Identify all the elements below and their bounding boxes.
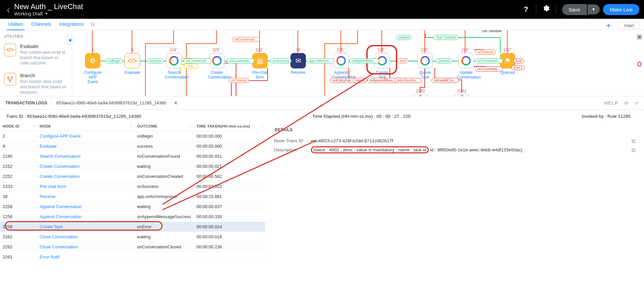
node-id: 2261 bbox=[453, 89, 471, 93]
table-row[interactable]: 2262Close Conversationwaiting00:00:00.01… bbox=[0, 232, 265, 242]
back-button[interactable]: ‹ bbox=[5, 0, 12, 19]
cell-node[interactable]: Close Conversation bbox=[37, 232, 134, 242]
webex-icon bbox=[420, 56, 430, 65]
table-row[interactable]: 2Configure APP EventonBegin00:00:00.000 bbox=[0, 131, 265, 141]
node-label: Create Conversation bbox=[208, 70, 226, 80]
tab-integrations[interactable]: Integrations bbox=[55, 21, 88, 30]
node-receive[interactable]: 38 ✉ Receive bbox=[289, 48, 307, 75]
table-row[interactable]: 2256Append Conversationwaiting00:00:00.0… bbox=[0, 202, 265, 212]
node-create-task[interactable]: 2258 Create Task bbox=[373, 48, 391, 80]
edge-oninerrorho: onIn Errorho… bbox=[395, 78, 421, 83]
table-row[interactable]: 9Evaluatesuccess00:00:00.000 bbox=[0, 141, 265, 151]
table-row[interactable]: 2252Create Conversationwaiting00:00:00.0… bbox=[0, 161, 265, 171]
add-icon[interactable]: ＋ bbox=[605, 21, 612, 30]
set-variable-label: Set Variable bbox=[482, 30, 502, 33]
cell-nodeid: 2256 bbox=[0, 212, 37, 222]
search-icon[interactable] bbox=[90, 22, 95, 28]
cell-node[interactable]: Close Conversation bbox=[37, 242, 134, 252]
col-outcome[interactable]: OUTCOME bbox=[137, 124, 157, 128]
palette-item-branch[interactable]: Branch Run custom Java script and branch… bbox=[0, 69, 72, 99]
separator bbox=[536, 5, 536, 14]
col-time[interactable]: TIME TAKEN(HH:mm:ss.ms) bbox=[196, 124, 250, 128]
node-configure-app-event[interactable]: 2 ⚙ Configure APP Event bbox=[84, 48, 102, 84]
evaluate-icon: </> bbox=[4, 44, 16, 56]
table-row[interactable]: 2245Search ConversationnoConversationFou… bbox=[0, 151, 265, 161]
make-live-button[interactable]: Make Live bbox=[603, 4, 639, 15]
help-link[interactable]: HELP bbox=[604, 100, 618, 106]
palette-item-evaluate[interactable]: </> Evaluate Run custom java script to b… bbox=[0, 40, 72, 69]
palette-item-title: Branch bbox=[20, 73, 68, 78]
table-row[interactable]: 38Receiveapp.onformresponse00:00:15.881 bbox=[0, 192, 265, 202]
cell-node[interactable]: Error Notif bbox=[37, 252, 134, 262]
edge-onbegin: onBegin bbox=[106, 58, 123, 63]
cell-outcome: success bbox=[134, 141, 194, 151]
node-search-conversation[interactable]: 2245 Search Conversation bbox=[165, 48, 183, 80]
edge-meout: meout bbox=[353, 78, 367, 83]
cell-node[interactable]: Pre-chat form bbox=[37, 182, 134, 192]
table-row[interactable]: 2256Append ConversationonAppendMessageSu… bbox=[0, 212, 265, 222]
save-button[interactable]: Save bbox=[562, 4, 587, 15]
cell-node[interactable]: Append Conversation bbox=[37, 212, 134, 222]
table-row[interactable]: 2252Create ConversationonConversationCre… bbox=[0, 171, 265, 182]
svg-line-28 bbox=[637, 65, 638, 65]
branch-icon bbox=[4, 73, 16, 86]
edge-taskupdated: Task Updated bbox=[433, 35, 459, 40]
cell-outcome: onSuccess bbox=[134, 182, 194, 192]
webex-icon bbox=[336, 56, 346, 65]
logs-trans-chip[interactable]: 653aea1c-f080-46e8-ba9a-b936f637615d_112… bbox=[51, 97, 172, 109]
cell-node[interactable]: Create Task bbox=[37, 222, 134, 232]
table-row[interactable]: 2261Error Notif bbox=[0, 252, 265, 262]
node-evaluate[interactable]: 9 </> Evaluate bbox=[123, 48, 141, 75]
main-flow-chip[interactable]: main bbox=[618, 22, 639, 29]
table-row[interactable]: 2262Close ConversationonConversationClos… bbox=[0, 242, 265, 252]
cell-nodeid: 2261 bbox=[0, 252, 37, 262]
form-icon: ▤ bbox=[257, 57, 263, 65]
table-row[interactable]: 2258Create TaskonError00:00:00.014 bbox=[0, 222, 265, 232]
svg-line-31 bbox=[640, 66, 641, 67]
cell-node[interactable]: Search Conversation bbox=[37, 151, 134, 161]
node-id: 2262 bbox=[411, 89, 429, 93]
logs-table-container[interactable]: NODE ID↑↓ NODE↑↓ OUTCOME↑↓ TIME TAKEN(HH… bbox=[0, 121, 265, 292]
node-update-conversation[interactable]: 2260 Update Conversation bbox=[457, 48, 475, 80]
help-icon[interactable]: ? bbox=[520, 5, 532, 14]
copy-icon[interactable]: ⧉ bbox=[632, 138, 635, 144]
col-nodeid[interactable]: NODE ID bbox=[3, 124, 19, 128]
edge-onpolicyfail: onPolicyFail… bbox=[330, 78, 356, 83]
expand-icon[interactable]: ⤢ bbox=[635, 100, 639, 106]
node-create-conversation[interactable]: 2252 Create Conversation bbox=[208, 48, 226, 80]
edge-created: created bbox=[396, 35, 412, 40]
palette-tabs: Utilities Channels Integrations ＋ main bbox=[0, 19, 644, 30]
webex-icon bbox=[212, 56, 222, 65]
cell-node[interactable]: Receive bbox=[37, 192, 134, 202]
save-dropdown[interactable]: ▼ bbox=[588, 4, 600, 14]
cell-node[interactable]: Append Conversation bbox=[37, 202, 134, 212]
edge-ontimeout2: onTimeout bbox=[475, 50, 496, 55]
chevron-down-icon[interactable]: ▼ bbox=[45, 12, 48, 16]
table-row[interactable]: 1333Pre-chat formonSuccess00:00:03.022 bbox=[0, 182, 265, 192]
layers-icon[interactable]: ▣ bbox=[637, 33, 642, 40]
cell-node[interactable]: Create Conversation bbox=[37, 161, 134, 171]
cell-time: 00:00:03.022 bbox=[194, 182, 265, 192]
copy-icon[interactable]: ⧉ bbox=[632, 147, 635, 153]
bug-icon[interactable] bbox=[636, 60, 643, 69]
node-prechat-form[interactable]: 1333 ▤ Pre-chat form bbox=[251, 48, 269, 80]
close-icon[interactable]: ✕ bbox=[174, 100, 178, 106]
tab-channels[interactable]: Channels bbox=[27, 21, 55, 30]
node-append-conversation[interactable]: 2256 Append Conversation bbox=[332, 48, 350, 80]
tab-utilities[interactable]: Utilities bbox=[4, 21, 27, 30]
svg-line-26 bbox=[637, 63, 638, 63]
cell-node[interactable]: Evaluate bbox=[37, 141, 134, 151]
flow-status[interactable]: Working Draft bbox=[14, 11, 43, 16]
flow-canvas[interactable]: Set Variable bbox=[72, 30, 644, 101]
cell-nodeid: 2256 bbox=[0, 202, 37, 212]
node-label: Update Conversation bbox=[457, 70, 475, 80]
details-heading: DETAILS bbox=[275, 128, 635, 132]
node-queue-task[interactable]: 2259 Queue Task bbox=[416, 48, 434, 80]
refresh-icon[interactable]: ⟳ bbox=[625, 100, 629, 106]
cell-node[interactable]: Configure APP Event bbox=[37, 131, 134, 141]
gear-icon[interactable] bbox=[540, 5, 552, 14]
collapse-handle[interactable]: ◀ bbox=[67, 35, 72, 45]
col-node[interactable]: NODE bbox=[40, 124, 51, 128]
edge-onconv2: onConversati… bbox=[475, 58, 503, 63]
cell-node[interactable]: Create Conversation bbox=[37, 171, 134, 182]
